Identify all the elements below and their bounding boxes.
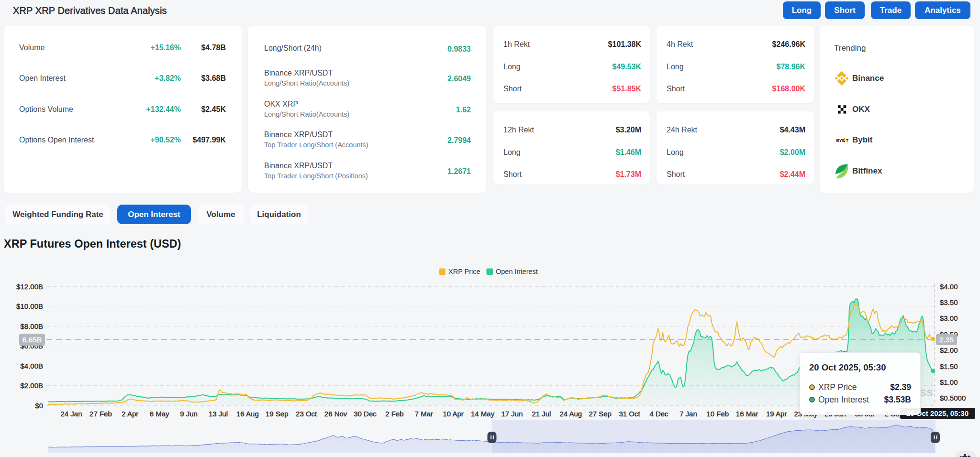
svg-text:$8.00B: $8.00B: [20, 322, 43, 330]
svg-text:$12.00B: $12.00B: [16, 283, 43, 291]
svg-text:$10.00B: $10.00B: [16, 302, 43, 310]
svg-text:$1.00: $1.00: [940, 378, 958, 386]
svg-text:7 Mar: 7 Mar: [415, 410, 433, 418]
svg-text:2 Apr: 2 Apr: [122, 410, 138, 418]
svg-text:$4.00: $4.00: [940, 283, 958, 291]
svg-text:17 Jun: 17 Jun: [501, 410, 523, 418]
svg-text:$3.50: $3.50: [940, 298, 958, 306]
svg-text:6 May: 6 May: [150, 410, 169, 418]
svg-text:4 Dec: 4 Dec: [649, 410, 668, 418]
svg-text:7 Jan: 7 Jan: [679, 410, 697, 418]
svg-text:19 Apr: 19 Apr: [766, 410, 787, 418]
svg-text:16 Aug: 16 Aug: [236, 410, 259, 418]
svg-text:10 Feb: 10 Feb: [706, 410, 729, 418]
svg-text:2.35: 2.35: [939, 336, 954, 344]
svg-text:14 May: 14 May: [471, 410, 495, 418]
svg-text:23 Oct: 23 Oct: [296, 410, 317, 418]
svg-text:30 Dec: 30 Dec: [354, 410, 377, 418]
svg-text:$2.00: $2.00: [940, 346, 958, 354]
svg-text:13 Jul: 13 Jul: [209, 410, 228, 418]
svg-text:$2.00B: $2.00B: [20, 381, 43, 390]
svg-text:21 Jul: 21 Jul: [532, 410, 551, 418]
svg-text:24 Jan: 24 Jan: [60, 410, 82, 418]
svg-text:6.65B: 6.65B: [22, 336, 42, 344]
svg-text:27 Sep: 27 Sep: [589, 410, 612, 418]
svg-text:9 Jun: 9 Jun: [180, 410, 198, 418]
svg-text:10 Apr: 10 Apr: [443, 410, 464, 418]
svg-text:$0: $0: [35, 402, 43, 410]
svg-text:XRP Price: XRP Price: [448, 268, 480, 275]
svg-text:ss: ss: [920, 385, 933, 399]
svg-text:31 Oct: 31 Oct: [619, 410, 641, 418]
svg-text:24 Aug: 24 Aug: [559, 410, 582, 418]
svg-text:$4.00B: $4.00B: [20, 362, 43, 370]
svg-text:26 Nov: 26 Nov: [324, 410, 347, 418]
svg-text:$1.50: $1.50: [940, 362, 958, 370]
svg-text:2 Feb: 2 Feb: [385, 410, 403, 418]
svg-text:$0.5000: $0.5000: [940, 394, 966, 402]
svg-text:$3.00: $3.00: [940, 314, 958, 322]
svg-text:16 Mar: 16 Mar: [736, 410, 758, 418]
svg-text:Open Interest: Open Interest: [496, 268, 538, 275]
svg-text:19 Sep: 19 Sep: [266, 410, 289, 418]
svg-text:27 Feb: 27 Feb: [89, 410, 112, 418]
